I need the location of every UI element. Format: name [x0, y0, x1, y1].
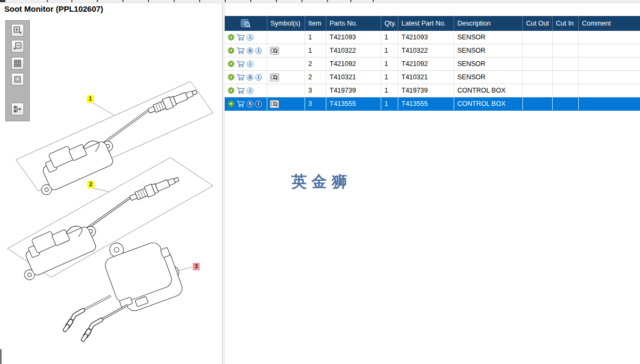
comment-cell — [579, 97, 640, 110]
table-row[interactable]: i 3 T419739 1 T419739 CONTROL BOX — [225, 84, 640, 97]
gear-icon[interactable] — [227, 47, 235, 54]
comment-cell — [579, 57, 640, 70]
description-cell: CONTROL BOX — [454, 84, 523, 97]
table-header: Symbol(s) Item Parts No. Qty. Latest Par… — [225, 16, 640, 31]
symbol-cell — [267, 31, 305, 44]
open-book-magnifier-icon[interactable] — [270, 100, 279, 108]
column-header-latest-part-no: Latest Part No. — [398, 16, 454, 31]
qty-cell: 1 — [381, 71, 398, 84]
latest-part-no-cell: T419739 — [398, 84, 454, 97]
callout-1[interactable]: 1 — [87, 95, 94, 103]
open-book-magnifier-icon[interactable] — [270, 73, 279, 81]
symbol-cell — [267, 84, 305, 97]
description-cell: CONTROL BOX — [454, 97, 523, 110]
column-header-cut-in: Cut In — [553, 16, 579, 31]
item-cell: 2 — [305, 71, 326, 84]
s-icon[interactable]: S — [247, 74, 253, 81]
info-icon[interactable]: i — [255, 101, 262, 107]
scrollbar-fragment[interactable] — [0, 349, 2, 364]
cut-out-cell — [523, 31, 553, 44]
info-icon[interactable]: i — [255, 74, 262, 81]
table-row[interactable]: i 2 T421092 1 T421092 SENSOR — [225, 57, 640, 71]
cut-in-cell — [553, 71, 579, 84]
gear-icon[interactable] — [227, 73, 235, 81]
open-book-magnifier-icon[interactable] — [270, 47, 279, 55]
item-cell: 2 — [305, 57, 326, 70]
cut-out-cell — [523, 97, 553, 110]
s-icon[interactable]: S — [247, 101, 253, 107]
info-icon[interactable]: i — [247, 87, 253, 94]
parts-table-panel: Symbol(s) Item Parts No. Qty. Latest Par… — [225, 16, 640, 111]
symbol-cell — [267, 44, 305, 57]
s-icon[interactable]: S — [247, 47, 253, 54]
parts-no-cell: T413555 — [326, 97, 381, 110]
latest-part-no-cell: T410321 — [398, 71, 454, 84]
cart-icon[interactable] — [236, 73, 245, 81]
column-header-qty: Qty. — [381, 16, 398, 31]
parts-no-cell: T419739 — [326, 84, 381, 97]
column-header-cut-out: Cut Out — [523, 16, 553, 31]
qty-cell: 1 — [381, 31, 398, 44]
cut-in-cell — [553, 44, 579, 57]
comment-cell — [579, 44, 640, 57]
cut-in-cell — [553, 57, 579, 70]
cut-out-cell — [523, 71, 553, 84]
comment-cell — [579, 71, 640, 84]
info-icon[interactable]: i — [247, 61, 253, 68]
gear-icon[interactable] — [227, 87, 235, 94]
row-actions: S i — [225, 71, 267, 84]
parts-no-cell: T421093 — [326, 31, 381, 44]
cart-icon[interactable] — [236, 100, 245, 107]
table-row[interactable]: S i 1 T410322 1 T410322 SENSOR — [225, 44, 640, 57]
cart-icon[interactable] — [236, 34, 245, 41]
item-cell: 1 — [305, 44, 326, 57]
latest-part-no-cell: T421093 — [398, 31, 454, 44]
description-cell: SENSOR — [454, 71, 523, 84]
info-icon[interactable]: i — [247, 34, 253, 41]
gear-icon[interactable] — [227, 60, 235, 68]
cut-in-cell — [553, 31, 579, 44]
row-actions: i — [225, 57, 267, 70]
cart-icon[interactable] — [236, 47, 245, 54]
latest-part-no-cell: T421092 — [398, 57, 454, 70]
cart-icon[interactable] — [236, 87, 245, 94]
item-cell: 1 — [305, 31, 326, 44]
gear-icon[interactable] — [227, 100, 235, 107]
gear-icon[interactable] — [227, 34, 235, 41]
row-actions: i — [225, 31, 267, 44]
latest-part-no-cell: T410322 — [398, 44, 454, 57]
symbol-cell — [267, 57, 305, 70]
cut-out-cell — [523, 84, 553, 97]
item-cell: 3 — [305, 97, 326, 110]
info-icon[interactable]: i — [255, 47, 262, 54]
latest-part-no-cell: T413555 — [398, 97, 454, 110]
description-cell: SENSOR — [454, 57, 523, 70]
column-header-parts-no: Parts No. — [326, 16, 381, 31]
callout-2[interactable]: 2 — [87, 181, 94, 188]
find-filter-icon[interactable] — [240, 19, 252, 28]
symbol-cell — [267, 97, 305, 110]
parts-no-cell: T410321 — [326, 71, 381, 84]
app-window: Soot Monitor (PPL102607) — [0, 0, 640, 364]
parts-diagram — [0, 0, 222, 364]
callout-3[interactable]: 3 — [193, 263, 200, 270]
symbol-cell — [267, 71, 305, 84]
row-actions: i — [225, 84, 267, 97]
column-header-item: Item — [305, 16, 326, 31]
parts-no-cell: T410322 — [326, 44, 381, 57]
qty-cell: 1 — [381, 84, 398, 97]
parts-no-cell: T421092 — [326, 57, 381, 70]
row-actions: S i — [225, 97, 267, 110]
table-row[interactable]: i 1 T421093 1 T421093 SENSOR — [225, 31, 640, 44]
comment-cell — [579, 31, 640, 44]
comment-cell — [579, 84, 640, 97]
cut-out-cell — [523, 57, 553, 70]
description-cell: SENSOR — [454, 31, 523, 44]
cut-in-cell — [553, 84, 579, 97]
watermark: 英金狮 — [291, 171, 352, 193]
cart-icon[interactable] — [236, 60, 245, 68]
description-cell: SENSOR — [454, 44, 523, 57]
column-header-description: Description — [454, 16, 523, 31]
table-row[interactable]: S i 2 T410321 1 T410321 SENSOR — [225, 71, 640, 84]
table-row-selected[interactable]: S i 3 T413555 1 T413555 CONTROL BOX — [225, 97, 640, 111]
